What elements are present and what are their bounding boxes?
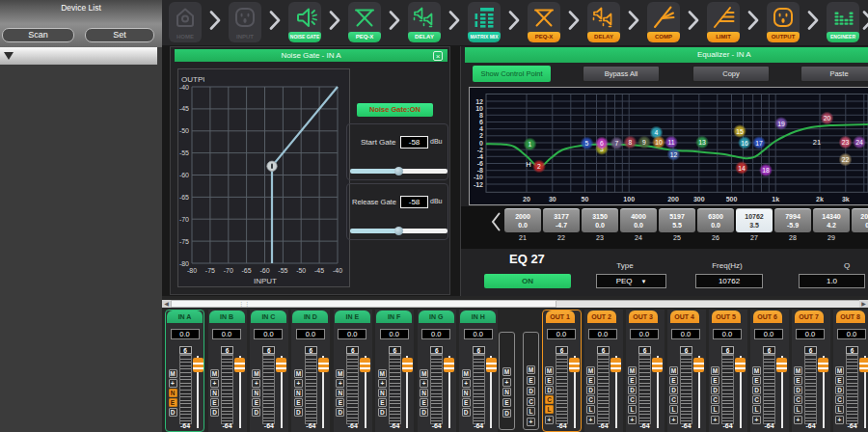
svg-text:0: 0 [479, 140, 483, 147]
svg-text:-60: -60 [259, 267, 269, 274]
svg-text:-2: -2 [477, 147, 483, 153]
svg-text:-65: -65 [242, 267, 252, 274]
svg-text:20: 20 [523, 196, 530, 202]
svg-text:-80: -80 [179, 260, 189, 267]
svg-text:18: 18 [762, 167, 770, 174]
svg-text:6: 6 [479, 119, 483, 125]
svg-text:-75: -75 [179, 238, 189, 245]
svg-text:1k: 1k [772, 196, 779, 202]
svg-text:2: 2 [537, 163, 541, 170]
svg-text:1: 1 [529, 141, 532, 148]
svg-text:300: 300 [693, 196, 705, 202]
svg-text:INPUT: INPUT [254, 277, 277, 285]
svg-text:100: 100 [623, 196, 635, 202]
svg-text:16: 16 [741, 140, 748, 147]
svg-text:-80: -80 [187, 267, 197, 274]
svg-text:-10: -10 [474, 174, 483, 180]
svg-text:14: 14 [738, 165, 746, 172]
svg-text:500: 500 [726, 196, 738, 202]
svg-text:50: 50 [582, 196, 589, 202]
svg-text:10: 10 [475, 105, 483, 112]
svg-text:-4: -4 [477, 153, 483, 160]
svg-text:-12: -12 [474, 181, 483, 188]
svg-text:23: 23 [842, 139, 850, 146]
svg-text:8: 8 [479, 112, 483, 119]
svg-text:-50: -50 [296, 267, 306, 274]
svg-text:-50: -50 [179, 127, 189, 134]
svg-text:12: 12 [670, 151, 678, 158]
svg-text:-55: -55 [278, 267, 287, 274]
svg-text:-8: -8 [477, 167, 483, 174]
svg-text:15: 15 [736, 128, 744, 135]
svg-text:8: 8 [629, 139, 633, 146]
svg-text:6: 6 [600, 140, 604, 147]
svg-text:-40: -40 [333, 267, 342, 274]
svg-text:12: 12 [475, 98, 483, 105]
svg-text:-45: -45 [179, 105, 189, 112]
svg-text:-40: -40 [179, 84, 189, 91]
svg-text:-55: -55 [179, 149, 189, 156]
svg-text:-45: -45 [314, 267, 324, 274]
svg-text:22: 22 [842, 156, 850, 163]
svg-text:10: 10 [655, 139, 663, 146]
svg-text:-70: -70 [179, 216, 189, 223]
svg-text:7: 7 [615, 140, 619, 147]
svg-text:21: 21 [813, 138, 821, 147]
svg-text:4: 4 [479, 125, 483, 132]
svg-text:13: 13 [698, 139, 706, 146]
svg-text:2: 2 [479, 132, 483, 139]
svg-text:19: 19 [777, 121, 785, 127]
svg-text:5: 5 [585, 140, 589, 147]
svg-text:-75: -75 [205, 267, 215, 274]
svg-text:200: 200 [667, 196, 679, 202]
svg-text:-60: -60 [179, 172, 189, 178]
svg-text:-6: -6 [477, 160, 483, 167]
svg-text:30: 30 [549, 196, 556, 202]
svg-text:-70: -70 [224, 267, 233, 274]
svg-text:3k: 3k [842, 196, 850, 202]
svg-text:9: 9 [642, 139, 646, 146]
svg-text:4: 4 [655, 129, 659, 136]
svg-text:-65: -65 [179, 194, 189, 201]
svg-text:2k: 2k [816, 196, 824, 202]
svg-text:11: 11 [667, 139, 674, 146]
svg-text:20: 20 [824, 115, 831, 122]
svg-text:24: 24 [855, 139, 863, 146]
svg-text:H: H [526, 160, 530, 169]
svg-text:17: 17 [755, 140, 763, 147]
